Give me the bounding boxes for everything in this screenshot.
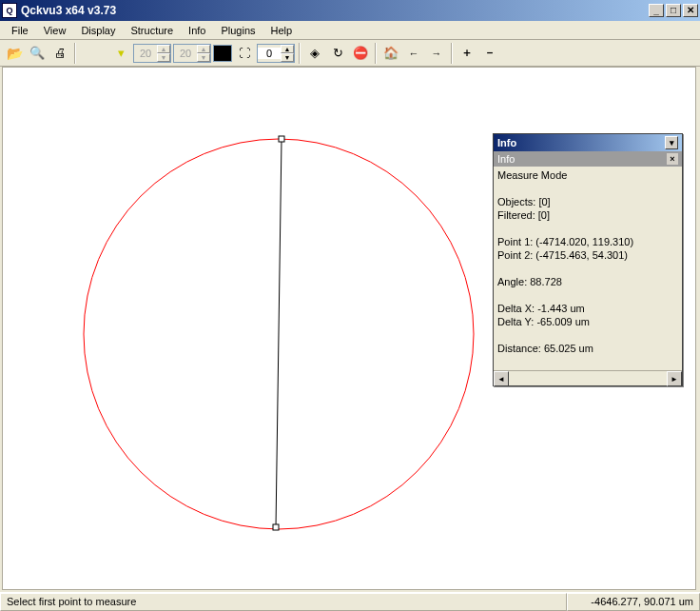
handle-bottom[interactable] <box>273 524 279 530</box>
menu-help[interactable]: Help <box>263 23 301 38</box>
down-arrow-icon[interactable]: ▼ <box>197 53 210 62</box>
info-point1: Point 1: (-4714.020, 119.310) <box>497 235 678 248</box>
info-deltax: Delta X: -1.443 um <box>497 302 678 315</box>
minus-icon: － <box>484 45 496 61</box>
tree-icon: ⛶ <box>239 47 250 60</box>
separator <box>74 43 76 64</box>
layers-icon: ◈ <box>310 46 320 60</box>
info-panel-subtitle: Info <box>497 153 515 165</box>
info-panel-titlebar[interactable]: Info ▾ <box>494 134 682 151</box>
menu-file[interactable]: File <box>4 23 36 38</box>
scroll-left-icon[interactable]: ◄ <box>494 371 509 386</box>
menu-plugins[interactable]: Plugins <box>213 23 262 38</box>
layers-button[interactable]: ◈ <box>304 43 325 64</box>
up-arrow-icon[interactable]: ▲ <box>157 45 170 53</box>
spinner-3-value: 0 <box>258 48 281 59</box>
info-mode: Measure Mode <box>497 168 678 182</box>
down-arrow-icon[interactable]: ▼ <box>157 53 170 62</box>
menu-display[interactable]: Display <box>73 23 123 38</box>
measure-line <box>276 139 282 527</box>
maximize-button[interactable]: □ <box>666 4 681 17</box>
printer-icon: 🖨 <box>54 46 67 60</box>
info-point2: Point 2: (-4715.463, 54.301) <box>497 248 678 262</box>
home-icon: 🏠 <box>383 46 399 60</box>
filter-button[interactable]: ▾ <box>110 43 131 64</box>
stop-button[interactable]: ⛔ <box>350 43 371 64</box>
menu-bar: File View Display Structure Info Plugins… <box>0 21 700 40</box>
status-bar: Select first point to measure -4646.277,… <box>0 592 700 611</box>
arrow-right-icon: → <box>432 48 442 59</box>
print-button[interactable]: 🖨 <box>49 43 70 64</box>
info-distance: Distance: 65.025 um <box>497 342 678 355</box>
status-message: Select first point to measure <box>0 593 567 611</box>
info-filtered: Filtered: [0] <box>497 208 678 222</box>
magnify-page-icon: 🔍 <box>29 46 45 60</box>
stop-icon: ⛔ <box>353 46 368 60</box>
info-panel: Info ▾ Info × Measure Mode Objects: [0] … <box>493 133 683 386</box>
menu-view[interactable]: View <box>36 23 74 38</box>
hierarchy-button[interactable]: ⛶ <box>234 43 255 64</box>
open-button[interactable]: 📂 <box>4 43 25 64</box>
minimize-button[interactable]: _ <box>649 4 664 17</box>
separator <box>451 43 453 64</box>
zoom-out-button[interactable]: － <box>479 43 500 64</box>
zoom-in-button[interactable]: ＋ <box>457 43 477 64</box>
separator <box>375 43 377 64</box>
plus-icon: ＋ <box>461 45 473 61</box>
color-swatch[interactable] <box>213 45 232 62</box>
toolbar: 📂 🔍 🖨 ▾ 20 ▲▼ 20 ▲▼ ⛶ 0 ▲▼ ◈ ↻ ⛔ 🏠 ← → <box>0 40 700 67</box>
home-button[interactable]: 🏠 <box>380 43 401 64</box>
forward-button[interactable]: → <box>426 43 447 64</box>
refresh-button[interactable]: ↻ <box>327 43 348 64</box>
print-preview-button[interactable]: 🔍 <box>27 43 48 64</box>
close-button[interactable]: ✕ <box>683 4 698 17</box>
spinner-1[interactable]: 20 ▲▼ <box>133 44 171 63</box>
status-coordinates: -4646.277, 90.071 um <box>567 593 700 611</box>
info-panel-close-button[interactable]: × <box>667 153 678 165</box>
info-angle: Angle: 88.728 <box>497 275 678 288</box>
up-arrow-icon[interactable]: ▲ <box>197 45 210 53</box>
down-arrow-icon[interactable]: ▼ <box>281 53 294 62</box>
info-panel-subheader: Info × <box>494 151 682 167</box>
spinner-2[interactable]: 20 ▲▼ <box>173 44 211 63</box>
folder-open-icon: 📂 <box>7 46 23 61</box>
spinner-1-value: 20 <box>134 48 157 59</box>
arrow-left-icon: ← <box>409 48 419 59</box>
menu-structure[interactable]: Structure <box>123 23 181 38</box>
info-panel-body: Measure Mode Objects: [0] Filtered: [0] … <box>494 167 682 370</box>
separator <box>299 43 301 64</box>
info-panel-scrollbar[interactable]: ◄ ► <box>494 370 682 385</box>
menu-info[interactable]: Info <box>181 23 213 38</box>
info-objects: Objects: [0] <box>497 195 678 208</box>
window-titlebar: Q Qckvu3 x64 v3.73 _ □ ✕ <box>0 0 700 21</box>
spinner-3[interactable]: 0 ▲▼ <box>257 44 295 63</box>
info-deltay: Delta Y: -65.009 um <box>497 315 678 328</box>
info-panel-pin-button[interactable]: ▾ <box>665 136 678 149</box>
handle-top[interactable] <box>279 136 284 142</box>
spinner-2-value: 20 <box>174 48 197 59</box>
back-button[interactable]: ← <box>403 43 424 64</box>
window-title: Qckvu3 x64 v3.73 <box>21 4 649 17</box>
up-arrow-icon[interactable]: ▲ <box>281 45 294 53</box>
scroll-right-icon[interactable]: ► <box>667 371 682 386</box>
app-icon: Q <box>2 3 17 18</box>
refresh-icon: ↻ <box>333 46 343 60</box>
info-panel-title: Info <box>497 137 516 148</box>
funnel-icon: ▾ <box>118 46 125 60</box>
